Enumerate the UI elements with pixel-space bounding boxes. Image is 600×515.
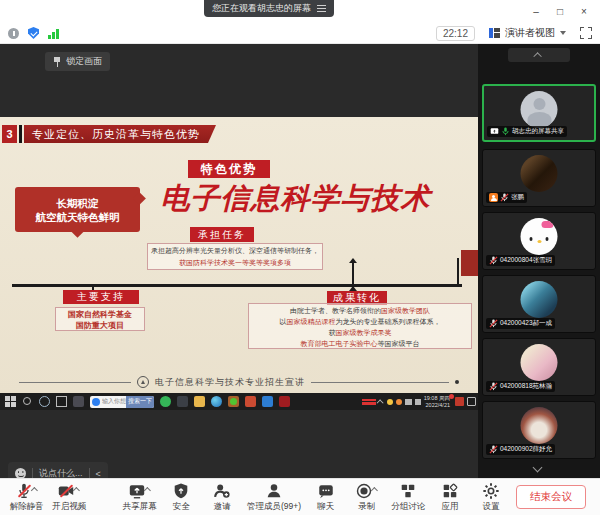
participant-tile-sharing[interactable]: 胡志忠的屏幕共享 <box>482 84 596 142</box>
mic-muted-icon <box>489 445 498 454</box>
timeline-tick-right <box>457 258 459 284</box>
settings-button[interactable]: 设置 <box>475 482 507 513</box>
university-logo-icon <box>137 376 149 388</box>
person-icon <box>265 482 283 500</box>
apps-grid-icon <box>441 482 459 500</box>
security-button[interactable]: 安全 <box>165 482 197 513</box>
start-button-icon[interactable] <box>5 396 16 407</box>
slide-main-title: 电子信息科学与技术 <box>138 179 453 219</box>
chat-label: 聊天 <box>317 501 334 513</box>
app-icon-green[interactable] <box>160 396 171 407</box>
meeting-timer: 22:12 <box>436 26 475 41</box>
action-center-icon[interactable] <box>467 397 476 406</box>
avatar <box>521 407 558 444</box>
presentation-slide: 3 专业定位、历史沿革与特色优势 特色优势 长期积淀 航空航天特色鲜明 电子信息… <box>0 117 478 393</box>
layout-icon <box>489 28 500 38</box>
chat-collapse-button[interactable]: < <box>96 469 101 479</box>
result-text-box: 由院士学者、教学名师领衔的国家级教学团队 以国家级精品课程为龙头的专业基础系列课… <box>248 303 472 349</box>
tray-alert-text <box>362 399 376 405</box>
task-view-icon[interactable] <box>56 396 67 407</box>
cortana-icon[interactable] <box>39 396 50 407</box>
participant-label: 胡志忠的屏幕共享 <box>487 126 567 137</box>
security-shield-icon[interactable] <box>28 27 39 39</box>
unmute-button[interactable]: 解除静音 <box>10 482 43 513</box>
wechat-icon[interactable] <box>228 396 239 407</box>
windows-taskbar: 输入你想搜索的 搜索一下 19:08 周四 2022/4/21 <box>0 393 478 410</box>
participant-name: 042000902薛妤允 <box>500 445 552 454</box>
start-video-button[interactable]: 开启视频 <box>52 482 85 513</box>
mic-on-icon <box>501 127 510 136</box>
watching-banner-text: 您正在观看胡志忠的屏幕 <box>212 2 311 15</box>
header-accent-bar <box>19 125 22 143</box>
support-line2: 国防重大项目 <box>56 320 144 331</box>
manage-members-button[interactable]: 管理成员(99+) <box>247 482 300 513</box>
watching-banner[interactable]: 您正在观看胡志忠的屏幕 <box>204 0 334 17</box>
chat-bubble-icon <box>317 482 335 500</box>
chat-button[interactable]: 聊天 <box>310 482 342 513</box>
edge-browser-icon[interactable] <box>211 396 222 407</box>
app-icon[interactable] <box>73 396 84 407</box>
participant-tile[interactable]: 042000902薛妤允 <box>482 401 596 459</box>
clipped-red-box <box>461 250 478 276</box>
volume-icon[interactable] <box>405 399 412 405</box>
chevron-down-icon <box>560 31 566 35</box>
participant-tile[interactable]: 042000818苑林瀚 <box>482 338 596 396</box>
network-signal-icon[interactable] <box>48 28 59 39</box>
invite-person-icon <box>213 482 231 500</box>
avatar <box>521 155 558 192</box>
tray-icon-orange[interactable] <box>396 399 402 405</box>
lock-view-button[interactable]: 锁定画面 <box>45 52 110 71</box>
share-screen-button[interactable]: 共享屏幕 <box>123 482 156 513</box>
apps-label: 应用 <box>442 501 459 513</box>
unmute-label: 解除静音 <box>10 501 44 513</box>
participant-tile[interactable]: 042000423郝一成 <box>482 275 596 333</box>
tray-expand-icon[interactable] <box>376 399 383 406</box>
powerpoint-icon[interactable] <box>245 396 256 407</box>
close-button[interactable]: × <box>572 0 596 22</box>
host-badge-icon <box>489 193 498 202</box>
sidebar-collapse-button[interactable] <box>508 48 570 62</box>
maximize-button[interactable]: □ <box>548 0 572 22</box>
taskbar-clock[interactable]: 19:08 周四 2022/4/21 <box>424 395 452 409</box>
apps-button[interactable]: 应用 <box>434 482 466 513</box>
taskbar-search-box[interactable]: 输入你想搜索的 搜索一下 <box>90 396 154 408</box>
record-button[interactable]: 录制 <box>351 482 383 513</box>
participant-name: 042000804张雪玥 <box>500 256 552 265</box>
avatar <box>521 281 558 318</box>
result-line2a: 以 <box>280 318 287 325</box>
menu-right: 22:12 演讲者视图 <box>436 22 592 44</box>
avatar <box>521 218 558 255</box>
task-line2: 获国防科学技术奖一等奖等奖项多项 <box>148 257 322 269</box>
network-icon[interactable] <box>415 399 421 405</box>
breakout-rooms-button[interactable]: 分组讨论 <box>392 482 425 513</box>
invite-button[interactable]: 邀请 <box>206 482 238 513</box>
timeline-line <box>12 284 462 287</box>
taskbar-search-icon[interactable] <box>22 396 33 407</box>
participant-tile[interactable]: 张鹏 <box>482 149 596 207</box>
taskbar-search-go-button[interactable]: 搜索一下 <box>126 396 154 408</box>
end-meeting-button[interactable]: 结束会议 <box>516 485 586 509</box>
file-explorer-icon[interactable] <box>194 396 205 407</box>
hamburger-icon[interactable] <box>317 5 326 12</box>
chevron-up-icon[interactable] <box>73 487 80 494</box>
adobe-reader-icon[interactable] <box>279 396 290 407</box>
fullscreen-icon[interactable] <box>580 27 592 39</box>
meeting-toolbar: 解除静音 开启视频 共享屏幕 <box>0 478 600 515</box>
system-tray: 19:08 周四 2022/4/21 <box>362 393 476 410</box>
app-icon-store[interactable] <box>177 396 188 407</box>
chevron-up-icon <box>533 52 541 60</box>
media-app-icon[interactable] <box>262 396 273 407</box>
view-mode-button[interactable]: 演讲者视图 <box>484 23 571 43</box>
bubble-line1: 长期积淀 <box>57 196 99 210</box>
tray-icon-yellow[interactable] <box>387 399 393 405</box>
avatar <box>521 91 558 128</box>
info-icon[interactable] <box>8 28 19 39</box>
participant-tile[interactable]: 042000804张雪玥 <box>482 212 596 270</box>
mic-muted-icon <box>489 256 498 265</box>
minimize-button[interactable]: – <box>524 0 548 22</box>
result-line4b: 等国家级平台 <box>378 340 420 347</box>
tray-icon-red[interactable] <box>455 397 464 406</box>
arrow-up-icon <box>349 258 357 263</box>
scroll-down-icon[interactable] <box>533 463 543 473</box>
result-line1b: 国家级教学团队 <box>381 307 430 314</box>
